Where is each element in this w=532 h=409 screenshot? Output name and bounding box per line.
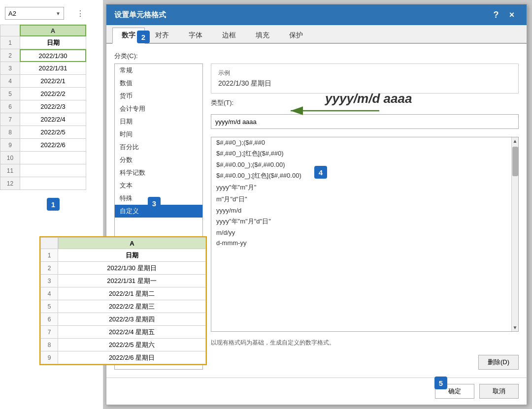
list-item[interactable]: $#,##0_);[红色]($#,##0)	[211, 148, 511, 159]
scroll-up-icon[interactable]: ▲	[512, 137, 519, 145]
row-number: 2	[40, 262, 58, 275]
pt-corner-header	[40, 237, 58, 249]
dialog-help-button[interactable]: ?	[489, 8, 503, 22]
tab-字体[interactable]: 字体	[179, 28, 212, 43]
badge-3: 3	[148, 197, 161, 210]
list-item[interactable]: 2022/1/31	[20, 62, 86, 75]
table-row: 92022/2/6 星期日	[40, 351, 206, 364]
category-item[interactable]: 分数	[115, 154, 202, 166]
list-item[interactable]: $#,##0.00_);[红色]($#,##0.00)	[211, 170, 511, 182]
row-number: 11	[0, 164, 20, 177]
list-item[interactable]	[20, 164, 86, 177]
list-item[interactable]: m/d/yy	[211, 227, 511, 238]
scroll-down-icon[interactable]: ▼	[512, 324, 519, 331]
col-a-header: A	[20, 25, 86, 36]
row-number: 1	[40, 249, 58, 262]
dialog-tabs: 数字对齐字体边框填充保护	[106, 25, 527, 44]
list-item: 日期	[58, 249, 206, 262]
row-number: 7	[40, 326, 58, 339]
category-item[interactable]: 数值	[115, 77, 202, 90]
list-item: 2022/2/5 星期六	[58, 339, 206, 351]
list-item[interactable]: m"月"d"日"	[211, 193, 511, 205]
list-item[interactable]: $#,##0.00_);($#,##0.00)	[211, 159, 511, 170]
list-item[interactable]: $#,##0_);($#,##0	[211, 137, 511, 148]
category-item[interactable]: 百分比	[115, 141, 202, 154]
list-item[interactable]: yyyy"年"m"月"d"日"	[211, 216, 511, 227]
cell-ref-dropdown-icon[interactable]: ▼	[56, 11, 61, 16]
category-item[interactable]: 常规	[115, 64, 202, 77]
table-row: 72022/2/4	[0, 113, 103, 126]
table-row: 82022/2/5	[0, 126, 103, 139]
desc-text: 以现有格式码为基础，生成自定义的数字格式。	[211, 339, 519, 347]
category-item[interactable]: 科学记数	[115, 166, 202, 179]
table-row: 32022/1/31 星期一	[40, 275, 206, 287]
row-number: 8	[40, 339, 58, 351]
list-item[interactable]: 2022/2/1	[20, 75, 86, 88]
list-item[interactable]: 2022/2/6	[20, 139, 86, 152]
format-list[interactable]: $#,##0_);($#,##0$#,##0_);[红色]($#,##0)$#,…	[211, 137, 511, 251]
row-number: 9	[0, 139, 20, 152]
list-item[interactable]: 2022/1/30	[20, 49, 86, 62]
table-row: 52022/2/2 星期三	[40, 300, 206, 313]
list-item[interactable]: yyyy/m/d	[211, 205, 511, 216]
row-number: 6	[0, 100, 20, 113]
table-row: 52022/2/2	[0, 88, 103, 100]
table-row: 42022/2/1	[0, 75, 103, 88]
row-number: 3	[0, 62, 20, 75]
cell-ref-box[interactable]: A2 ▼	[5, 7, 64, 20]
tab-保护[interactable]: 保护	[280, 28, 312, 43]
list-item: 2022/2/2 星期三	[58, 300, 206, 313]
category-item[interactable]: 日期	[115, 115, 202, 128]
category-item[interactable]: 时间	[115, 128, 202, 141]
list-item: 2022/2/3 星期四	[58, 313, 206, 326]
row-number: 5	[0, 88, 20, 100]
pt-col-a-header: A	[58, 237, 206, 249]
tab-对齐[interactable]: 对齐	[146, 28, 178, 43]
table-row: 11	[0, 164, 103, 177]
row-number: 7	[0, 113, 20, 126]
list-item: 2022/1/31 星期一	[58, 275, 206, 287]
row-number: 6	[40, 313, 58, 326]
dialog-close-button[interactable]: ×	[505, 8, 519, 22]
list-item[interactable]	[20, 152, 86, 164]
list-item[interactable]: d-mmm	[211, 248, 511, 251]
column-header-row: A	[0, 25, 103, 36]
delete-button[interactable]: 删除(D)	[478, 355, 519, 370]
table-row: 22022/1/30	[0, 49, 103, 62]
right-panel: 示例 2022/1/30 星期日 类型(T): $#,##0_);($#,##0…	[211, 63, 519, 370]
list-item[interactable]: yyyy"年"m"月"	[211, 182, 511, 193]
cell-ref-menu-icon[interactable]: ⋮	[76, 7, 84, 20]
list-item[interactable]: d-mmm-yy	[211, 238, 511, 248]
list-item[interactable]: 2022/2/4	[20, 113, 86, 126]
format-list-scrollbar[interactable]: ▲ ▼	[511, 137, 518, 331]
list-item[interactable]: 日期	[20, 36, 86, 49]
scrollbar-thumb[interactable]	[512, 147, 518, 176]
preview-table: A1日期22022/1/30 星期日32022/1/31 星期一42022/2/…	[39, 236, 207, 365]
cancel-button[interactable]: 取消	[479, 384, 519, 399]
type-input[interactable]	[211, 114, 519, 129]
spreadsheet-rows: 1日期22022/1/3032022/1/3142022/2/152022/2/…	[0, 36, 103, 190]
list-item[interactable]: 2022/2/3	[20, 100, 86, 113]
tab-填充[interactable]: 填充	[246, 28, 279, 43]
row-number: 12	[0, 177, 20, 190]
table-row: 10	[0, 152, 103, 164]
row-number: 10	[0, 152, 20, 164]
list-item: 2022/2/6 星期日	[58, 351, 206, 364]
list-item[interactable]: 2022/2/2	[20, 88, 86, 100]
row-number: 9	[40, 351, 58, 364]
table-row: 42022/2/1 星期二	[40, 287, 206, 300]
preview-box: 示例 2022/1/30 星期日	[211, 63, 519, 94]
preview-table-header-row: A	[40, 237, 206, 249]
row-number: 8	[0, 126, 20, 139]
row-number: 5	[40, 300, 58, 313]
tab-边框[interactable]: 边框	[213, 28, 245, 43]
category-item[interactable]: 会计专用	[115, 102, 202, 115]
dialog-footer: 确定 取消	[106, 378, 527, 405]
category-item[interactable]: 文本	[115, 179, 202, 192]
cell-ref-value: A2	[8, 10, 16, 17]
table-row: 32022/1/31	[0, 62, 103, 75]
list-item[interactable]	[20, 177, 86, 190]
category-item[interactable]: 货币	[115, 90, 202, 102]
list-item[interactable]: 2022/2/5	[20, 126, 86, 139]
table-row: 22022/1/30 星期日	[40, 262, 206, 275]
